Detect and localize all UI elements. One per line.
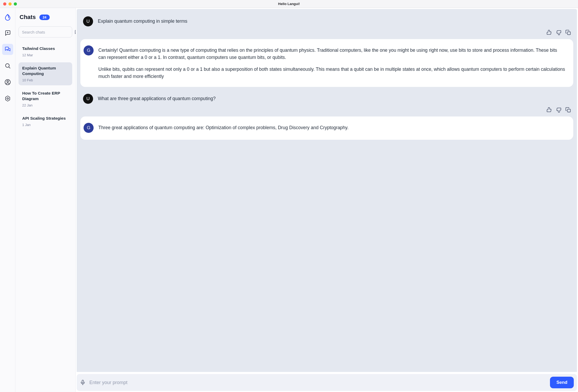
chats-count-badge: 24 [39, 15, 49, 20]
main-panel: UExplain quantum computing in simple ter… [76, 8, 578, 392]
copy-icon[interactable] [565, 107, 571, 113]
svg-marker-6 [6, 96, 10, 101]
thumbs-up-icon[interactable] [546, 30, 552, 35]
chat-item-title: How To Create ERP Diagram [22, 91, 68, 102]
window-minimize-button[interactable] [8, 2, 12, 6]
chat-item-date: 10 Feb [22, 78, 68, 82]
prompt-input[interactable] [89, 380, 546, 385]
chat-item-date: 1 Jan [22, 123, 68, 127]
traffic-lights [3, 2, 17, 6]
thumbs-down-icon[interactable] [556, 30, 562, 35]
chat-list-item[interactable]: Tailwind Classes12 Mar [19, 43, 72, 60]
svg-point-5 [7, 81, 8, 82]
chat-item-title: API Scaling Strategies [22, 116, 68, 121]
nav-rail [0, 8, 15, 392]
titlebar: Hello Langui! [0, 0, 578, 8]
chat-item-title: Tailwind Classes [22, 46, 68, 52]
svg-point-2 [6, 64, 9, 67]
sidebar-title: Chats [20, 14, 36, 21]
app-layout: Chats 24 Tailwind Classes12 MarExplain Q… [0, 8, 578, 392]
assistant-message-block: GThree great applications of quantum com… [80, 116, 573, 140]
app-logo-icon [3, 13, 12, 22]
svg-point-7 [7, 98, 8, 99]
rail-settings-button[interactable] [2, 93, 13, 104]
composer: Send [77, 374, 577, 391]
window-title: Hello Langui! [278, 2, 300, 6]
message-text: Three great applications of quantum comp… [98, 123, 348, 131]
assistant-avatar: G [84, 123, 94, 133]
send-button[interactable]: Send [550, 377, 574, 388]
microphone-icon[interactable] [80, 380, 86, 385]
message-text: Explain quantum computing in simple term… [98, 16, 187, 25]
sidebar: Chats 24 Tailwind Classes12 MarExplain Q… [15, 8, 76, 392]
rail-search-button[interactable] [2, 60, 13, 71]
rail-new-chat-button[interactable] [2, 27, 13, 39]
svg-line-3 [9, 67, 10, 68]
assistant-message-block: GCertainly! Quantum computing is a new t… [80, 39, 573, 87]
message-text: What are three great applications of qua… [98, 94, 216, 102]
chat-item-title: Explain Quantum Computing [22, 66, 68, 77]
search-chats-field[interactable] [19, 26, 72, 38]
chat-list-item[interactable]: How To Create ERP Diagram22 Jan [19, 87, 72, 110]
assistant-card: GCertainly! Quantum computing is a new t… [80, 39, 573, 87]
search-chats-input[interactable] [22, 30, 72, 34]
copy-icon[interactable] [565, 30, 571, 35]
conversation-scroll[interactable]: UExplain quantum computing in simple ter… [77, 9, 577, 372]
user-avatar: U [83, 94, 93, 104]
sidebar-header: Chats 24 [19, 14, 72, 21]
rail-chats-button[interactable] [2, 44, 13, 55]
assistant-avatar: G [84, 45, 94, 55]
rail-profile-button[interactable] [2, 77, 13, 88]
user-message-block: UWhat are three great applications of qu… [80, 92, 573, 112]
chat-list-item[interactable]: Explain Quantum Computing10 Feb [19, 62, 72, 85]
window-close-button[interactable] [3, 2, 6, 6]
chat-item-date: 12 Mar [22, 53, 68, 57]
message-actions [546, 30, 571, 35]
svg-rect-10 [567, 32, 570, 35]
thumbs-up-icon[interactable] [546, 107, 552, 113]
message-actions [546, 107, 571, 113]
user-avatar: U [83, 16, 93, 26]
svg-rect-12 [82, 380, 84, 383]
thumbs-down-icon[interactable] [556, 107, 562, 113]
user-message-block: UExplain quantum computing in simple ter… [80, 14, 573, 34]
window-maximize-button[interactable] [14, 2, 17, 6]
message-text: Certainly! Quantum computing is a new ty… [98, 45, 566, 80]
svg-rect-11 [567, 109, 570, 112]
chat-item-date: 22 Jan [22, 103, 68, 107]
chat-list: Tailwind Classes12 MarExplain Quantum Co… [19, 43, 72, 132]
chat-list-item[interactable]: API Scaling Strategies1 Jan [19, 113, 72, 130]
assistant-card: GThree great applications of quantum com… [80, 116, 573, 140]
